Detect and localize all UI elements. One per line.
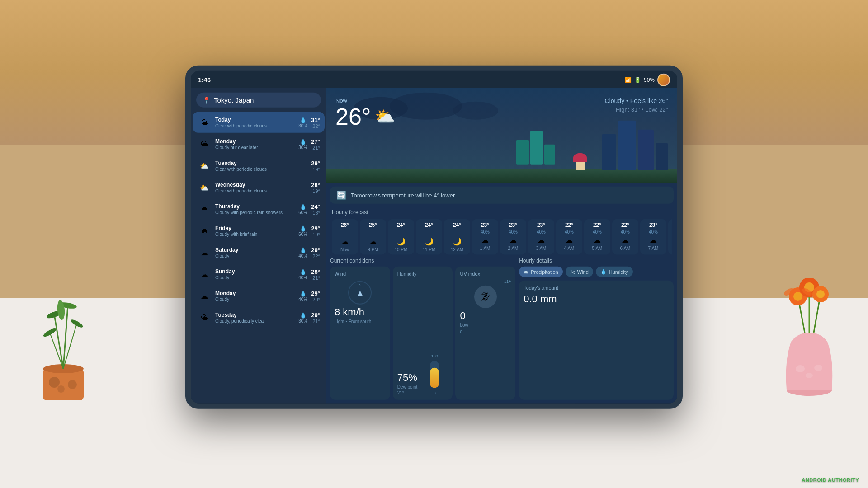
forecast-rain: 💧 30%	[298, 312, 307, 323]
hourly-item[interactable]: 22° 40% ☁ 6 AM	[612, 219, 638, 255]
hourly-item[interactable]: 23° 40% ☁ 7 AM	[640, 219, 666, 255]
watermark-suffix: AUTHORITY	[828, 477, 859, 483]
forecast-info: Friday Cloudy with brief rain	[215, 225, 298, 237]
forecast-item[interactable]: ☁ Sunday Cloudy 💧 40% 28° 21°	[193, 264, 325, 285]
hourly-time: 3 AM	[536, 246, 547, 251]
rain-pct: 60%	[298, 210, 307, 215]
forecast-item[interactable]: ⛅ Tuesday Clear with periodic clouds 29°…	[193, 155, 325, 176]
hero-info: Now 26° ⛅	[335, 97, 395, 128]
hourly-item[interactable]: 25° ☁ 9 PM	[360, 219, 386, 255]
hourly-weather-icon: ☁	[538, 236, 545, 244]
rain-pct: 40%	[298, 253, 307, 258]
forecast-desc: Cloudy, periodically clear	[215, 318, 298, 324]
main-content: 📍 Tokyo, Japan 🌤 Today Clear with period…	[191, 88, 677, 404]
hourly-weather-icon: ☁	[594, 236, 601, 244]
details-label: Today's amount	[524, 285, 669, 291]
temp-low: 19°	[311, 166, 320, 172]
svg-line-5	[54, 314, 63, 369]
conditions-title: Current conditions	[330, 258, 515, 264]
forecast-weather-icon: 🌧	[197, 224, 212, 238]
hourly-details: Hourly details 🌧 Precipitation 🌬 Wind 💧 …	[519, 258, 674, 400]
forecast-item[interactable]: 🌧 Friday Cloudy with brief rain 💧 60% 29…	[193, 221, 325, 241]
current-conditions: Current conditions Wind N ▲ 8 km/h Lig	[330, 258, 515, 400]
details-tabs: 🌧 Precipitation 🌬 Wind 💧 Humidity	[519, 267, 674, 277]
forecast-rain: 💧 40%	[298, 268, 307, 280]
forecast-item[interactable]: ⛅ Wednesday Clear with periodic clouds 2…	[193, 177, 325, 198]
rain-pct: 30%	[298, 318, 307, 323]
rain-icon: 💧	[300, 138, 307, 145]
forecast-temps: 31° 22°	[311, 116, 320, 128]
hourly-temp: 24°	[425, 222, 433, 228]
humidity-title: Humidity	[397, 271, 448, 277]
forecast-weather-icon: 🌧	[197, 202, 212, 216]
temp-high: 29°	[311, 225, 320, 231]
temp-low: 21°	[311, 145, 320, 150]
forecast-desc: Clear with periodic clouds	[215, 122, 298, 128]
hourly-item[interactable]: 26° ☁ Now	[332, 219, 358, 255]
temp-high: 29°	[311, 160, 320, 166]
hourly-scroll[interactable]: 26° ☁ Now 25° ☁ 9 PM 24° 🌙 10 PM 24° 🌙 1…	[332, 219, 672, 255]
forecast-temps: 29° 20°	[311, 290, 320, 302]
forecast-item[interactable]: ☁ Monday Cloudy 💧 40% 29° 20°	[193, 286, 325, 306]
hourly-item[interactable]: 24° 🌙 12 AM	[444, 219, 470, 255]
svg-point-12	[42, 327, 57, 338]
svg-point-23	[793, 292, 802, 301]
status-icons: 📶 🔋 90%	[625, 74, 670, 86]
detail-tab-precipitation[interactable]: 🌧 Precipitation	[519, 267, 563, 277]
forecast-item[interactable]: 🌥 Tuesday Cloudy, periodically clear 💧 3…	[193, 307, 325, 328]
temp-low: 19°	[311, 231, 320, 237]
hourly-rain-pct: 40%	[537, 230, 546, 235]
hero-temperature: 26° ⛅	[335, 105, 395, 128]
forecast-desc: Cloudy but clear later	[215, 144, 298, 150]
temp-low: 18°	[311, 210, 320, 215]
forecast-item[interactable]: 🌥 Monday Cloudy but clear later 💧 30% 27…	[193, 134, 325, 155]
humidity-value: 75%	[397, 372, 417, 384]
location-bar[interactable]: 📍 Tokyo, Japan	[196, 93, 321, 108]
plant-left	[27, 278, 99, 407]
wifi-icon: 📶	[625, 77, 632, 83]
forecast-day: Tuesday	[215, 160, 297, 166]
wind-desc: Light • From south	[335, 319, 386, 324]
hourly-temp: 23°	[509, 222, 517, 228]
hero-section: Now 26° ⛅ Cloudy • Feels like 26° High: …	[326, 88, 677, 183]
hourly-temp: 24°	[397, 222, 405, 228]
rain-pct: 40%	[298, 275, 307, 280]
hourly-item[interactable]: 22° 40% ☁ 5 AM	[584, 219, 610, 255]
forecast-rain: 💧 40%	[298, 247, 307, 258]
user-avatar[interactable]	[657, 74, 670, 86]
humidity-card: Humidity 75% Dew point 21° 100	[393, 267, 453, 400]
hourly-weather-icon: ☁	[650, 236, 657, 244]
hourly-item[interactable]: 24° 40% ☁ 8 AM	[668, 219, 672, 255]
forecast-day: Sunday	[215, 268, 298, 274]
rain-icon: 💧	[300, 225, 307, 231]
hourly-item[interactable]: 23° 40% ☁ 2 AM	[500, 219, 526, 255]
hourly-section: Hourly forecast 26° ☁ Now 25° ☁ 9 PM 24°…	[326, 207, 677, 258]
temp-high: 29°	[311, 311, 320, 318]
temp-low: 21°	[311, 275, 320, 280]
svg-point-11	[70, 318, 84, 329]
hourly-item[interactable]: 22° 40% ☁ 4 AM	[556, 219, 582, 255]
uv-card: UV index 11+ 🌫 0 Low 0	[455, 267, 515, 400]
hourly-time: 1 AM	[480, 246, 491, 251]
hourly-item[interactable]: 24° 🌙 10 PM	[388, 219, 414, 255]
status-time: 1:46	[198, 76, 211, 84]
detail-tab-humidity[interactable]: 💧 Humidity	[596, 267, 633, 277]
plant-right	[775, 278, 843, 407]
right-panel: Now 26° ⛅ Cloudy • Feels like 26° High: …	[326, 88, 677, 404]
forecast-item[interactable]: 🌤 Today Clear with periodic clouds 💧 30%…	[193, 112, 325, 133]
hourly-item[interactable]: 23° 40% ☁ 3 AM	[528, 219, 554, 255]
battery-icon: 🔋	[634, 77, 641, 83]
forecast-item[interactable]: ☁ Saturday Cloudy 💧 40% 29° 22°	[193, 242, 325, 263]
hourly-temp: 22°	[621, 222, 629, 228]
forecast-desc: Clear with periodic clouds	[215, 166, 297, 172]
forecast-weather-icon: 🌤	[197, 115, 212, 130]
hourly-item[interactable]: 24° 🌙 11 PM	[416, 219, 442, 255]
hourly-item[interactable]: 23° 40% ☁ 1 AM	[472, 219, 498, 255]
uv-max: 11+	[460, 279, 511, 284]
detail-tab-wind[interactable]: 🌬 Wind	[566, 267, 593, 277]
hourly-temp: 24°	[453, 222, 461, 228]
temp-low: 22°	[311, 123, 320, 128]
forecast-info: Monday Cloudy but clear later	[215, 138, 298, 150]
forecast-item[interactable]: 🌧 Thursday Cloudy with periodic rain sho…	[193, 199, 325, 220]
hourly-time: 9 PM	[368, 247, 378, 252]
